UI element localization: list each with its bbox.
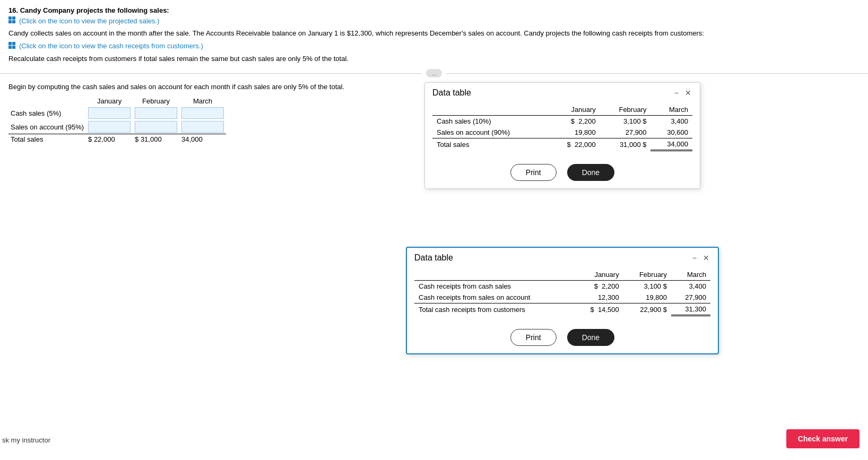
section-divider: ... — [0, 69, 868, 77]
cash-receipts-link[interactable]: (Click on the icon to view the cash rece… — [8, 42, 860, 50]
modal1-sales-acct-feb: 27,900 — [600, 127, 651, 138]
modal-1-close-button[interactable]: ✕ — [684, 89, 692, 97]
svg-rect-4 — [8, 42, 12, 45]
table-row: Total sales $ 22,000 31,000 $ 34,000 — [432, 138, 692, 151]
svg-rect-0 — [8, 16, 12, 20]
modal1-cash-sales-mar: 3,400 — [650, 116, 692, 127]
table-row: Sales on account (95%) — [8, 120, 226, 134]
modal1-cash-sales-feb: 3,100 $ — [600, 116, 651, 127]
modal1-sales-acct-jan: 19,800 — [548, 127, 600, 138]
main-content: 16. Candy Company projects the following… — [0, 0, 868, 64]
table-row: Cash sales (10%) $ 2,200 3,100 $ 3,400 — [432, 116, 692, 127]
table-row: Total cash receipts from customers $ 14,… — [414, 303, 710, 316]
check-answer-button[interactable]: Check answer — [786, 429, 860, 448]
modal2-cash-receipts-cash-jan: $ 2,200 — [574, 281, 623, 292]
modal2-cash-receipts-cash-label: Cash receipts from cash sales — [414, 281, 574, 292]
modal2-cash-receipts-cash-feb: 3,100 $ — [623, 281, 671, 292]
recalculate-text: Recalculate cash receipts from customers… — [8, 54, 860, 64]
modal1-sales-acct-mar: 30,600 — [650, 127, 692, 138]
cash-sales-feb-input[interactable] — [135, 107, 177, 119]
col-january: January — [86, 96, 133, 106]
modal1-cash-sales-label: Cash sales (10%) — [432, 116, 548, 127]
modal2-cash-receipts-acct-mar: 27,900 — [671, 292, 710, 303]
modal-1-footer: Print Done — [425, 157, 700, 188]
modal1-sales-acct-label: Sales on account (90%) — [432, 127, 548, 138]
modal-2-controls: − ✕ — [691, 254, 710, 262]
modal1-total-jan: $ 22,000 — [548, 138, 600, 151]
sales-on-account-label: Sales on account (95%) — [8, 120, 86, 134]
input-table: January February March Cash sales (5%) S… — [8, 96, 226, 144]
svg-rect-2 — [8, 20, 12, 23]
total-sales-label: Total sales — [8, 134, 86, 145]
total-sales-row: Total sales $ 22,000 $ 31,000 34,000 — [8, 134, 226, 145]
data-modal-1: Data table − ✕ January February March Ca… — [424, 82, 700, 189]
sales-acct-jan-input[interactable] — [88, 121, 131, 133]
table-row: Cash receipts from sales on account 12,3… — [414, 292, 710, 303]
svg-rect-5 — [12, 42, 15, 45]
modal2-total-mar: 31,300 — [671, 303, 710, 316]
sales-acct-mar-input[interactable] — [181, 121, 224, 133]
modal-2-titlebar: Data table − ✕ — [407, 248, 718, 266]
modal2-cash-receipts-cash-mar: 3,400 — [671, 281, 710, 292]
modal1-total-feb: 31,000 $ — [600, 138, 651, 151]
question-number: 16. Candy Company projects the following… — [8, 6, 860, 14]
modal-1-title: Data table — [432, 88, 471, 98]
modal2-cash-receipts-acct-jan: 12,300 — [574, 292, 623, 303]
total-sales-feb: $ 31,000 — [133, 134, 179, 145]
modal1-col-feb: February — [600, 104, 651, 116]
grid-icon-1 — [8, 16, 17, 25]
modal-2-close-button[interactable]: ✕ — [702, 254, 710, 262]
col-march: March — [179, 96, 226, 106]
sales-acct-feb-input[interactable] — [135, 121, 177, 133]
modal-1-done-button[interactable]: Done — [567, 164, 614, 181]
modal1-cash-sales-jan: $ 2,200 — [548, 116, 600, 127]
cash-sales-jan-input[interactable] — [88, 107, 131, 119]
modal-2-table: January February March Cash receipts fro… — [414, 269, 710, 316]
body-text-1: Candy collects sales on account in the m… — [8, 28, 860, 39]
total-sales-mar: 34,000 — [179, 134, 226, 145]
modal-2-print-button[interactable]: Print — [510, 329, 557, 346]
grid-icon-2 — [8, 42, 17, 50]
modal2-total-label: Total cash receipts from customers — [414, 303, 574, 316]
projected-sales-link[interactable]: (Click on the icon to view the projected… — [8, 16, 860, 25]
modal1-total-label: Total sales — [432, 138, 548, 151]
cash-sales-mar-input[interactable] — [181, 107, 224, 119]
modal2-total-feb: 22,900 $ — [623, 303, 671, 316]
table-row: Cash sales (5%) — [8, 106, 226, 120]
modal-2-minimize-button[interactable]: − — [691, 254, 698, 262]
modal1-col-mar: March — [650, 104, 692, 116]
modal2-cash-receipts-acct-label: Cash receipts from sales on account — [414, 292, 574, 303]
modal2-cash-receipts-acct-feb: 19,800 — [623, 292, 671, 303]
cash-sales-label: Cash sales (5%) — [8, 106, 86, 120]
svg-rect-7 — [12, 46, 15, 49]
modal-1-controls: − ✕ — [673, 89, 692, 97]
col-february: February — [133, 96, 179, 106]
table-row: Cash receipts from cash sales $ 2,200 3,… — [414, 281, 710, 292]
modal-2-done-button[interactable]: Done — [567, 329, 614, 346]
modal-1-table: January February March Cash sales (10%) … — [432, 104, 692, 151]
modal2-total-jan: $ 14,500 — [574, 303, 623, 316]
modal2-col-mar: March — [671, 269, 710, 281]
modal1-total-mar: 34,000 — [650, 138, 692, 151]
ask-instructor: sk my instructor — [0, 436, 50, 444]
svg-rect-1 — [12, 16, 15, 20]
modal2-col-feb: February — [623, 269, 671, 281]
modal-2-footer: Print Done — [407, 322, 718, 353]
data-modal-2: Data table − ✕ January February March Ca… — [406, 247, 719, 354]
table-row: Sales on account (90%) 19,800 27,900 30,… — [432, 127, 692, 138]
total-sales-jan: $ 22,000 — [86, 134, 133, 145]
modal1-col-jan: January — [548, 104, 600, 116]
modal-1-minimize-button[interactable]: − — [673, 89, 680, 97]
modal-1-titlebar: Data table − ✕ — [425, 83, 700, 101]
modal-2-title: Data table — [414, 253, 453, 263]
svg-rect-3 — [12, 20, 15, 23]
svg-rect-6 — [8, 46, 12, 49]
modal-1-print-button[interactable]: Print — [510, 164, 557, 181]
modal2-col-jan: January — [574, 269, 623, 281]
